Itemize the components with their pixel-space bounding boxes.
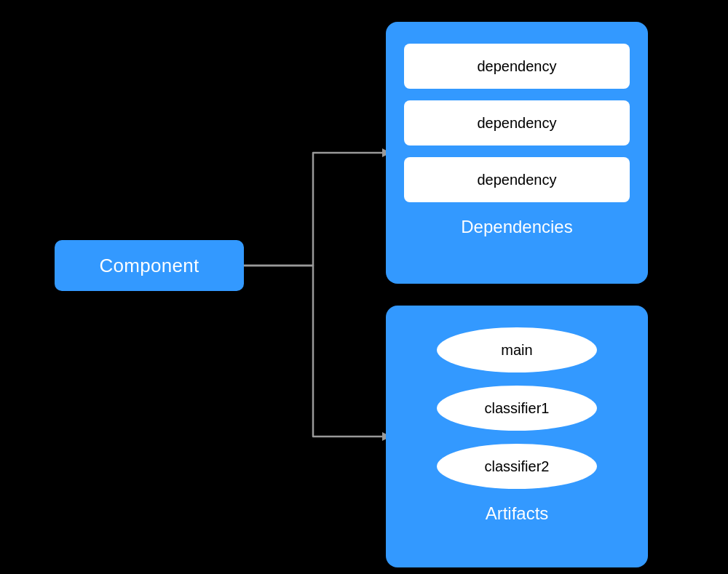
dependency-label-2: dependency bbox=[478, 115, 557, 132]
dependency-item-3: dependency bbox=[404, 157, 630, 202]
dependency-label-3: dependency bbox=[478, 172, 557, 188]
artifact-label-3: classifier2 bbox=[485, 458, 550, 475]
artifact-label-2: classifier1 bbox=[485, 400, 550, 417]
diagram-container: Component dependency dependency dependen… bbox=[0, 0, 728, 574]
dependency-item-1: dependency bbox=[404, 44, 630, 89]
component-box: Component bbox=[55, 240, 244, 291]
artifacts-title: Artifacts bbox=[486, 503, 549, 524]
artifact-item-1: main bbox=[437, 327, 597, 372]
dependency-item-2: dependency bbox=[404, 100, 630, 146]
dependencies-box: dependency dependency dependency Depende… bbox=[386, 22, 648, 284]
component-label: Component bbox=[99, 255, 199, 277]
dependencies-title: Dependencies bbox=[461, 217, 572, 237]
artifacts-box: main classifier1 classifier2 Artifacts bbox=[386, 306, 648, 567]
artifact-item-3: classifier2 bbox=[437, 444, 597, 489]
artifact-label-1: main bbox=[501, 342, 532, 359]
dependency-label-1: dependency bbox=[478, 58, 557, 75]
artifact-item-2: classifier1 bbox=[437, 386, 597, 431]
